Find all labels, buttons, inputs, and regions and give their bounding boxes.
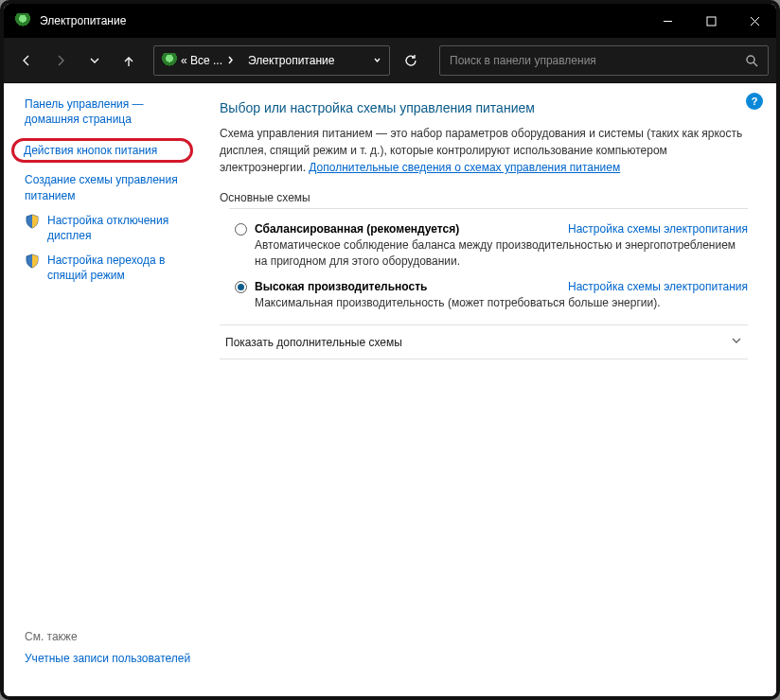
recent-locations-button[interactable] (80, 45, 110, 76)
page-heading: Выбор или настройка схемы управления пит… (220, 100, 748, 115)
svg-rect-1 (707, 17, 716, 26)
plan-name: Высокая производительность (255, 280, 427, 293)
expand-label: Показать дополнительные схемы (225, 336, 402, 349)
sidebar-item-label: Создание схемы управления питанием (25, 172, 193, 202)
page-intro: Схема управления питанием — это набор па… (220, 125, 748, 176)
address-bar[interactable]: « Все ... Электропитание (153, 45, 390, 76)
sidebar-item-display-off[interactable]: Настройка отключения дисплея (25, 213, 193, 243)
breadcrumb-root: « Все ... (181, 54, 222, 67)
search-input[interactable]: Поиск в панели управления (439, 45, 769, 76)
sidebar-item-power-buttons[interactable]: Действия кнопок питания (11, 138, 193, 163)
up-button[interactable] (114, 45, 144, 76)
see-also-link-users[interactable]: Учетные записи пользователей (25, 651, 193, 666)
refresh-button[interactable] (396, 45, 426, 76)
title-bar: Электропитание (4, 4, 776, 38)
plan-name: Сбалансированная (рекомендуется) (255, 222, 459, 236)
svg-point-5 (747, 56, 754, 63)
plans-group-label: Основные схемы (220, 191, 748, 204)
app-icon (15, 13, 30, 28)
breadcrumb-current: Электропитание (248, 54, 334, 67)
sidebar-item-sleep[interactable]: Настройка перехода в спящий режим (25, 253, 193, 283)
help-button[interactable]: ? (746, 93, 763, 110)
search-icon (745, 54, 758, 67)
plans-group: Сбалансированная (рекомендуется) Настрой… (229, 208, 748, 313)
sidebar-item-create-plan[interactable]: Создание схемы управления питанием (25, 172, 193, 202)
sidebar-home-link[interactable]: Панель управления — домашняя страница (25, 96, 193, 127)
control-panel-icon (162, 53, 177, 68)
chevron-right-icon (226, 54, 235, 67)
address-dropdown[interactable] (364, 56, 389, 64)
power-plan-row: Высокая производительность Настройка схе… (229, 272, 748, 313)
see-also-label: См. также (25, 630, 193, 643)
plan-desc: Автоматическое соблюдение баланса между … (255, 237, 748, 271)
chevron-down-icon (731, 335, 742, 349)
nav-bar: « Все ... Электропитание Поиск в панели … (4, 38, 776, 83)
shield-icon (25, 214, 40, 229)
shield-icon (25, 254, 40, 269)
show-additional-plans[interactable]: Показать дополнительные схемы (220, 324, 748, 359)
close-button[interactable] (733, 4, 776, 38)
learn-more-link[interactable]: Дополнительные сведения о схемах управле… (309, 161, 620, 174)
search-placeholder: Поиск в панели управления (450, 54, 745, 67)
forward-button[interactable] (45, 45, 76, 76)
back-button[interactable] (11, 45, 42, 76)
radio-balanced[interactable] (235, 223, 247, 236)
power-plan-row: Сбалансированная (рекомендуется) Настрой… (229, 215, 748, 272)
minimize-button[interactable] (646, 4, 689, 38)
maximize-button[interactable] (689, 4, 733, 38)
window-title: Электропитание (40, 14, 646, 27)
main-panel: Выбор или настройка схемы управления пит… (203, 83, 776, 696)
sidebar-item-label: Настройка перехода в спящий режим (47, 253, 193, 283)
svg-line-6 (753, 62, 757, 66)
plan-settings-link[interactable]: Настройка схемы электропитания (568, 280, 748, 293)
sidebar-item-label: Настройка отключения дисплея (47, 213, 193, 243)
plan-settings-link[interactable]: Настройка схемы электропитания (568, 222, 748, 236)
sidebar: Панель управления — домашняя страница Де… (4, 83, 203, 696)
plan-desc: Максимальная производительность (может п… (255, 295, 748, 311)
radio-high-performance[interactable] (235, 281, 247, 293)
